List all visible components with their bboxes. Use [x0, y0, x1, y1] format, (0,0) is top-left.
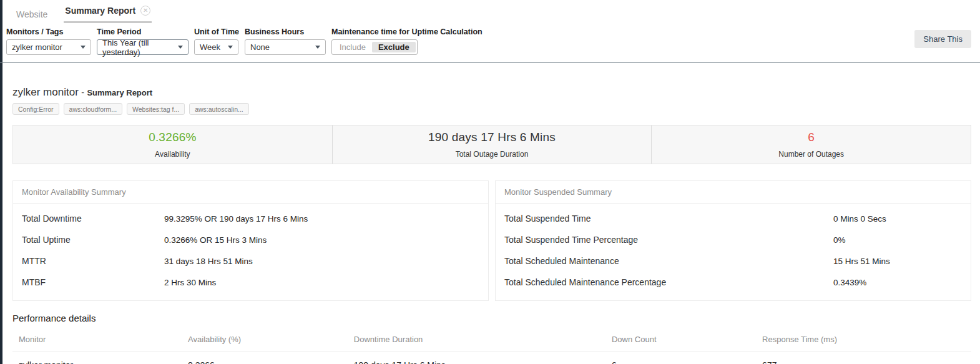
monitor-name: zylker monitor — [12, 86, 79, 98]
row-value: 31 days 18 Hrs 51 Mins — [164, 257, 253, 266]
outages-count-label: Number of Outages — [778, 150, 844, 159]
row-value: 2 Hrs 30 Mins — [164, 278, 216, 287]
stats-band: 0.3266% Availability 190 days 17 Hrs 6 M… — [12, 125, 971, 164]
unit-of-time-label: Unit of Time — [194, 27, 239, 36]
outages-count-value: 6 — [808, 130, 815, 144]
filter-monitors-tags: Monitors / Tags zylker monitor — [6, 27, 91, 55]
filter-business-hours: Business Hours None — [245, 27, 326, 55]
availability-value: 0.3266% — [149, 130, 196, 144]
tab-website[interactable]: Website — [16, 9, 47, 19]
maintenance-toggle: Include Exclude — [331, 39, 418, 55]
availability-summary-panel: Monitor Availability Summary Total Downt… — [12, 180, 489, 301]
summary-row: Total Scheduled Maintenance 15 Hrs 51 Mi… — [504, 250, 962, 272]
cell-availability: 0.3266 — [188, 352, 354, 364]
cell-monitor: zylker monitor — [12, 352, 188, 364]
row-value: 15 Hrs 51 Mins — [833, 257, 890, 266]
title-separator: - — [81, 87, 84, 97]
row-label: Total Downtime — [22, 214, 164, 224]
summary-row: Total Suspended Time Percentage 0% — [504, 229, 962, 250]
stat-availability: 0.3266% Availability — [13, 125, 332, 164]
cell-downtime: 190 days 17 Hrs 6 Mins — [354, 352, 612, 364]
tag-pill[interactable]: Websites:tag f... — [127, 103, 185, 115]
cell-down-count: 6 — [612, 352, 762, 364]
row-label: Total Uptime — [22, 235, 164, 245]
report-content: zylker monitor - Summary Report Config:E… — [0, 86, 980, 364]
time-period-value: This Year (till yesterday) — [102, 38, 173, 57]
maintenance-exclude-option[interactable]: Exclude — [372, 42, 416, 52]
business-hours-label: Business Hours — [245, 27, 326, 36]
filter-maintenance: Maintenance time for Uptime Calculation … — [331, 27, 483, 55]
chevron-down-icon — [81, 46, 86, 49]
outage-duration-label: Total Outage Duration — [456, 150, 529, 159]
maintenance-label: Maintenance time for Uptime Calculation — [331, 27, 483, 36]
unit-of-time-select[interactable]: Week — [194, 39, 238, 55]
tag-pill[interactable]: aws:cloudform... — [64, 103, 122, 115]
filter-bar: Monitors / Tags zylker monitor Time Peri… — [0, 22, 980, 63]
suspended-summary-title: Monitor Suspended Summary — [496, 181, 971, 204]
performance-table: Monitor Availability (%) Downtime Durati… — [12, 328, 971, 364]
filter-unit-of-time: Unit of Time Week — [194, 27, 239, 55]
tab-summary-report[interactable]: Summary Report ✕ — [64, 6, 152, 23]
row-label: Total Suspended Time Percentage — [504, 235, 833, 245]
availability-summary-body: Total Downtime 99.3295% OR 190 days 17 H… — [13, 204, 488, 300]
tag-pill[interactable]: aws:autoscalin... — [189, 103, 249, 115]
report-title: zylker monitor - Summary Report — [12, 86, 971, 99]
share-this-button[interactable]: Share This — [914, 30, 971, 48]
row-label: Total Suspended Time — [504, 214, 833, 224]
row-label: MTTR — [22, 256, 164, 266]
table-header-row: Monitor Availability (%) Downtime Durati… — [12, 328, 971, 352]
summary-row: Total Suspended Time 0 Mins 0 Secs — [504, 208, 962, 229]
title-suffix: Summary Report — [87, 88, 152, 97]
row-label: Total Scheduled Maintenance Percentage — [504, 277, 833, 287]
tab-summary-report-label: Summary Report — [65, 6, 135, 16]
monitors-tags-label: Monitors / Tags — [6, 27, 91, 36]
close-icon[interactable]: ✕ — [140, 6, 150, 16]
unit-of-time-value: Week — [200, 42, 220, 52]
outage-duration-value: 190 days 17 Hrs 6 Mins — [428, 130, 556, 144]
table-row[interactable]: zylker monitor 0.3266 190 days 17 Hrs 6 … — [12, 352, 971, 364]
availability-label: Availability — [155, 150, 190, 159]
stat-total-outage-duration: 190 days 17 Hrs 6 Mins Total Outage Dura… — [332, 125, 652, 164]
chevron-down-icon — [315, 46, 320, 49]
performance-details-title: Performance details — [12, 313, 971, 323]
tag-list: Config:Error aws:cloudform... Websites:t… — [12, 103, 971, 115]
row-value: 99.3295% OR 190 days 17 Hrs 6 Mins — [164, 214, 308, 224]
tab-bar: Website Summary Report ✕ — [0, 0, 980, 22]
summary-panels: Monitor Availability Summary Total Downt… — [12, 180, 971, 301]
monitors-tags-select[interactable]: zylker monitor — [6, 39, 91, 55]
summary-row: Total Scheduled Maintenance Percentage 0… — [504, 272, 962, 293]
time-period-label: Time Period — [97, 27, 189, 36]
row-value: 0.3266% OR 15 Hrs 3 Mins — [164, 235, 267, 245]
maintenance-include-option[interactable]: Include — [333, 42, 372, 52]
summary-row: Total Uptime 0.3266% OR 15 Hrs 3 Mins — [22, 229, 479, 250]
availability-summary-title: Monitor Availability Summary — [13, 181, 488, 204]
stat-number-of-outages: 6 Number of Outages — [651, 125, 971, 164]
chevron-down-icon — [228, 46, 233, 49]
business-hours-value: None — [250, 42, 270, 52]
tag-pill[interactable]: Config:Error — [12, 103, 59, 115]
row-value: 0% — [833, 235, 846, 245]
row-value: 0 Mins 0 Secs — [833, 214, 886, 224]
summary-row: MTTR 31 days 18 Hrs 51 Mins — [22, 250, 479, 272]
suspended-summary-body: Total Suspended Time 0 Mins 0 Secs Total… — [496, 204, 971, 300]
summary-row: MTBF 2 Hrs 30 Mins — [22, 272, 479, 293]
row-label: MTBF — [22, 277, 164, 287]
row-value: 0.3439% — [833, 278, 866, 287]
col-header-availability[interactable]: Availability (%) — [188, 328, 354, 352]
cell-response-time: 677 — [762, 352, 971, 364]
col-header-down-count[interactable]: Down Count — [612, 328, 762, 352]
col-header-downtime[interactable]: Downtime Duration — [354, 328, 612, 352]
col-header-monitor[interactable]: Monitor — [12, 328, 188, 352]
chevron-down-icon — [178, 46, 183, 49]
col-header-response-time[interactable]: Response Time (ms) — [762, 328, 971, 352]
summary-row: Total Downtime 99.3295% OR 190 days 17 H… — [22, 208, 479, 229]
business-hours-select[interactable]: None — [245, 39, 326, 55]
suspended-summary-panel: Monitor Suspended Summary Total Suspende… — [495, 180, 971, 301]
monitors-tags-value: zylker monitor — [12, 42, 62, 52]
time-period-select[interactable]: This Year (till yesterday) — [97, 39, 189, 55]
filter-time-period: Time Period This Year (till yesterday) — [97, 27, 189, 55]
row-label: Total Scheduled Maintenance — [504, 256, 833, 266]
